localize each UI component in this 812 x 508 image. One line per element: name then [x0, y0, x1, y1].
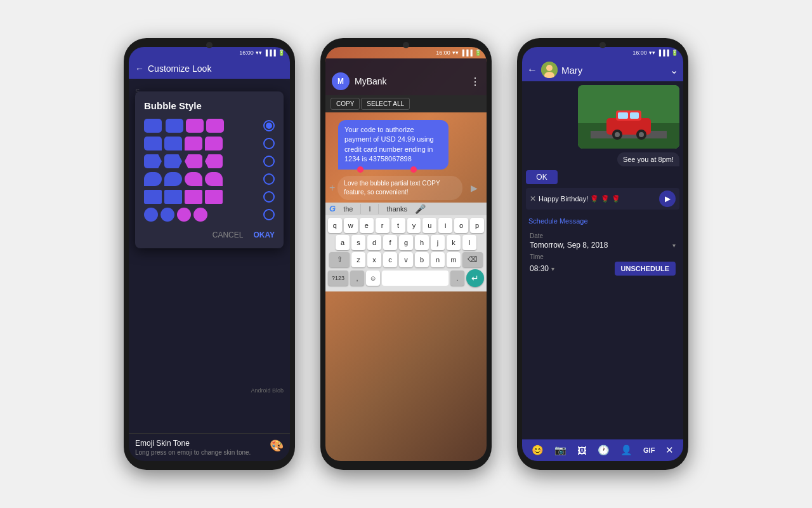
mic-icon[interactable]: 🎤 [415, 204, 426, 214]
copy-handle-left[interactable] [357, 166, 363, 173]
key-backspace[interactable]: ⌫ [462, 252, 483, 267]
bottom-toolbar: 😊 📷 🖼 🕐 👤 GIF ✕ [522, 439, 683, 461]
bubble-row-2[interactable] [144, 154, 275, 168]
compose-message-text: Happy Birthday! 🌹 🌹 🌹 [539, 195, 657, 203]
key-z[interactable]: z [351, 252, 365, 267]
bubble-blue-5b [160, 208, 174, 222]
key-k[interactable]: k [447, 235, 461, 250]
suggestion-2[interactable]: thanks [383, 204, 410, 214]
copy-button[interactable]: COPY [331, 98, 360, 110]
bubble-row-3[interactable] [144, 172, 275, 186]
dismiss-icon[interactable]: ✕ [530, 194, 536, 203]
delete-toolbar-icon[interactable]: ✕ [665, 444, 674, 456]
send-message-button[interactable]: ▶ [659, 190, 676, 207]
key-l[interactable]: l [462, 235, 476, 250]
key-num[interactable]: ?123 [328, 271, 348, 286]
bubble-purple-5 [177, 208, 191, 222]
key-y[interactable]: y [407, 218, 421, 233]
time-dropdown-icon[interactable]: ▾ [551, 265, 554, 272]
send-button[interactable]: ▶ [465, 179, 483, 197]
compose-row: ✕ Happy Birthday! 🌹 🌹 🌹 ▶ [526, 188, 679, 210]
bubble-purple-1b [205, 137, 223, 150]
signal-icon-2: ▐▐▐ [461, 50, 473, 56]
key-b[interactable]: b [415, 252, 429, 267]
key-t[interactable]: t [391, 218, 405, 233]
key-o[interactable]: o [454, 218, 468, 233]
back-button[interactable] [135, 64, 144, 74]
bubble-purple-2b [205, 154, 223, 168]
compose-input[interactable]: Love the bubble partial text COPY featur… [337, 176, 462, 200]
add-icon[interactable]: + [329, 182, 335, 194]
gif-toolbar-icon[interactable]: GIF [643, 446, 655, 454]
key-f[interactable]: f [383, 235, 397, 250]
mary-avatar [541, 62, 558, 78]
key-q[interactable]: q [328, 218, 342, 233]
google-logo: G [329, 204, 336, 213]
emoji-toolbar-icon[interactable]: 😊 [532, 444, 544, 456]
key-j[interactable]: j [431, 235, 445, 250]
key-a[interactable]: a [336, 235, 350, 250]
camera-toolbar-icon[interactable]: 📷 [554, 444, 566, 456]
key-m[interactable]: m [447, 252, 461, 267]
key-enter[interactable]: ↵ [466, 269, 484, 287]
key-c[interactable]: c [383, 252, 397, 267]
key-r[interactable]: r [376, 218, 390, 233]
key-w[interactable]: w [344, 218, 358, 233]
key-g[interactable]: g [399, 235, 413, 250]
time-field[interactable]: 08:30 ▾ [530, 264, 554, 273]
ok-button[interactable]: OKAY [253, 231, 275, 239]
contact-toolbar-icon[interactable]: 👤 [620, 444, 632, 456]
ok-reply-button[interactable]: OK [526, 170, 558, 184]
bubble-row-0[interactable] [144, 119, 275, 133]
key-v[interactable]: v [399, 252, 413, 267]
message-area: Your code to authorize payment of USD 24… [332, 116, 468, 173]
bubble-purple-2 [185, 154, 202, 168]
key-d[interactable]: d [367, 235, 381, 250]
more-options-icon[interactable] [470, 76, 480, 88]
status-time-2: 16:00 [436, 50, 450, 56]
key-comma[interactable]: , [350, 271, 364, 286]
key-e[interactable]: e [360, 218, 374, 233]
key-emoji[interactable]: ☺ [366, 271, 380, 286]
key-shift[interactable]: ⇧ [329, 252, 350, 267]
cancel-button[interactable]: CANCEL [213, 231, 244, 239]
compose-text: Love the bubble partial text COPY featur… [344, 180, 440, 196]
status-bar-2: 16:00 ▾▾ ▐▐▐ 🔋 [325, 47, 487, 58]
radio-3[interactable] [263, 173, 275, 185]
bubble-blue-0 [144, 119, 162, 133]
key-period[interactable]: . [450, 271, 464, 286]
date-dropdown-icon[interactable]: ▾ [672, 242, 676, 249]
select-all-button[interactable]: SELECT ALL [361, 98, 410, 110]
key-h[interactable]: h [415, 235, 429, 250]
bubble-shapes-5 [144, 208, 207, 222]
key-space[interactable] [382, 271, 449, 286]
copy-handle-right[interactable] [410, 166, 417, 173]
unschedule-button[interactable]: UNSCHEDULE [615, 262, 676, 276]
key-s[interactable]: s [351, 235, 365, 250]
signal-icon: ▐▐▐ [264, 50, 276, 56]
bubble-row-5[interactable] [144, 208, 275, 222]
bubble-purple-5b [193, 208, 207, 222]
date-field[interactable]: Tomorrow, Sep 8, 2018 ▾ [530, 241, 676, 250]
suggestion-0[interactable]: the [339, 204, 357, 214]
radio-0[interactable] [263, 120, 275, 131]
radio-2[interactable] [263, 156, 275, 167]
key-x[interactable]: x [367, 252, 381, 267]
chevron-down-icon[interactable] [670, 64, 678, 76]
key-i[interactable]: i [438, 218, 452, 233]
suggestion-1[interactable]: I [365, 204, 374, 214]
image-toolbar-icon[interactable]: 🖼 [577, 445, 587, 456]
bubble-row-1[interactable] [144, 137, 275, 150]
radio-4[interactable] [263, 191, 275, 203]
bubble-blue-2b [164, 154, 182, 168]
key-u[interactable]: u [422, 218, 436, 233]
key-n[interactable]: n [431, 252, 445, 267]
schedule-message-link[interactable]: Schedule Message [526, 216, 679, 226]
radio-1[interactable] [263, 138, 275, 149]
key-p[interactable]: p [470, 218, 484, 233]
clock-toolbar-icon[interactable]: 🕐 [598, 444, 610, 456]
radio-5[interactable] [263, 209, 275, 220]
back-button-3[interactable] [527, 64, 537, 76]
kb-row-1: q w e r t y u i o p [328, 218, 484, 233]
bubble-row-4[interactable] [144, 190, 275, 204]
